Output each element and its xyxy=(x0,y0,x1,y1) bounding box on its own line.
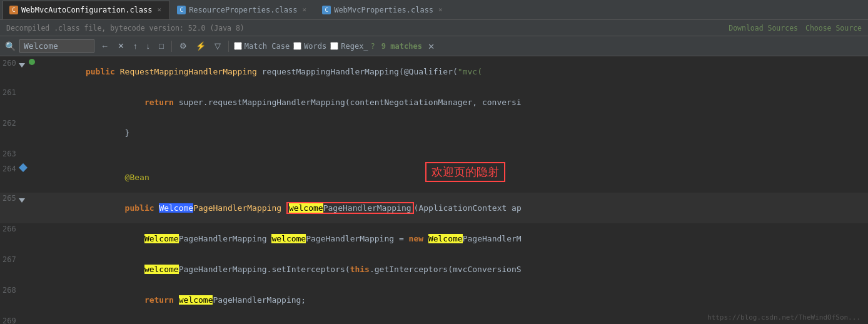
class-file-icon-2: C xyxy=(177,6,186,14)
svg-rect-1 xyxy=(19,163,28,172)
line-code-263 xyxy=(50,148,868,151)
gutter-icon-264 xyxy=(19,163,28,174)
gutter-icon-260 xyxy=(28,58,36,68)
tab-label-2: ResourceProperties.class xyxy=(189,6,297,14)
tab-webmvc-props[interactable]: C WebMvcProperties.class × xyxy=(315,1,452,19)
tab-bar: C WebMvcAutoConfiguration.class × C Reso… xyxy=(0,0,868,20)
words-label: Words xyxy=(304,42,326,51)
tab-close-2[interactable]: × xyxy=(301,5,309,14)
sep1 xyxy=(171,41,172,52)
line-num-264: 264 xyxy=(0,162,50,175)
matches-count: 9 matches xyxy=(381,42,422,51)
tab-close-1[interactable]: × xyxy=(156,5,164,14)
code-line-261: 261 return super.requestMappingHandlerMa… xyxy=(0,87,868,118)
close-search-btn[interactable]: ✕ xyxy=(115,41,127,51)
search-input[interactable] xyxy=(24,41,80,51)
up-match-btn[interactable]: ↑ xyxy=(131,41,140,51)
line-code-265: public WelcomePageHandlerMapping welcome… xyxy=(50,193,868,223)
filter-btn[interactable]: ⚙ xyxy=(177,41,189,51)
words-option[interactable]: Words xyxy=(293,42,326,51)
search-bar: 🔍 ← ✕ ↑ ↓ □ ⚙ ⚡ ▽ Match Case Words Regex… xyxy=(0,36,868,56)
search-icon: 🔍 xyxy=(5,41,16,51)
fold-arrow-260[interactable] xyxy=(19,63,25,68)
line-num-260: 260 xyxy=(0,56,50,69)
wrap-btn[interactable]: □ xyxy=(156,41,166,51)
line-num-268: 268 xyxy=(0,285,50,296)
info-bar: Decompiled .class file, bytecode version… xyxy=(0,20,868,36)
tab-close-3[interactable]: × xyxy=(437,5,445,14)
decompile-info: Decompiled .class file, bytecode version… xyxy=(6,24,245,33)
words-checkbox[interactable] xyxy=(293,42,301,50)
tab-webmvc-auto[interactable]: C WebMvcAutoConfiguration.class × xyxy=(3,1,170,19)
line-num-266: 266 xyxy=(0,223,50,235)
line-code-266: WelcomePageHandlerMapping welcomePageHan… xyxy=(50,223,868,254)
download-sources-link[interactable]: Download Sources xyxy=(729,24,798,33)
code-line-263: 263 xyxy=(0,148,868,162)
code-line-264: 264 @Bean 欢迎页的隐射 xyxy=(0,162,868,193)
match-case-checkbox[interactable] xyxy=(234,42,242,50)
regex-option[interactable]: Regex_ ? xyxy=(330,42,375,51)
svg-point-0 xyxy=(29,59,35,65)
line-code-261: return super.requestMappingHandlerMappin… xyxy=(50,87,868,118)
code-line-262: 262 } xyxy=(0,118,868,148)
line-code-268: return welcomePageHandlerMapping; xyxy=(50,285,868,315)
tab-label-1: WebMvcAutoConfiguration.class xyxy=(21,6,153,14)
line-code-262: } xyxy=(50,118,868,148)
tab-label-3: WebMvcProperties.class xyxy=(334,6,433,14)
code-line-266: 266 WelcomePageHandlerMapping welcomePag… xyxy=(0,223,868,254)
method-highlight-box: welcomePageHandlerMapping xyxy=(286,202,414,214)
filter-btn2[interactable]: ⚡ xyxy=(193,41,208,51)
choose-source-link[interactable]: Choose Source xyxy=(805,24,862,33)
match-265-1: Welcome xyxy=(159,203,193,213)
code-area[interactable]: 260 public RequestMappingHandlerMapping … xyxy=(0,56,868,324)
match-266-1: Welcome xyxy=(144,234,179,243)
class-file-icon-1: C xyxy=(9,6,18,14)
regex-label: Regex_ xyxy=(341,42,368,51)
line-code-260: public RequestMappingHandlerMapping requ… xyxy=(50,56,868,87)
code-line-260: 260 public RequestMappingHandlerMapping … xyxy=(0,56,868,87)
line-num-263: 263 xyxy=(0,148,50,159)
line-num-269: 269 xyxy=(0,315,50,324)
sep2 xyxy=(228,41,229,52)
prev-match-btn[interactable]: ← xyxy=(98,41,111,51)
match-267-1: welcome xyxy=(144,265,179,274)
regex-checkbox[interactable] xyxy=(330,42,338,50)
search-input-wrap xyxy=(19,39,94,53)
code-line-265: 265 public WelcomePageHandlerMapping wel… xyxy=(0,193,868,223)
line-num-262: 262 xyxy=(0,118,50,129)
match-268-1: welcome xyxy=(179,295,213,305)
line-code-264: @Bean xyxy=(50,162,868,193)
watermark: https://blog.csdn.net/TheWindOfSon... xyxy=(707,313,860,321)
search-close-btn[interactable]: ✕ xyxy=(428,40,435,52)
line-num-261: 261 xyxy=(0,87,50,98)
match-case-label: Match Case xyxy=(245,42,290,51)
class-file-icon-3: C xyxy=(322,6,331,14)
source-links: Download Sources Choose Source xyxy=(729,24,862,33)
line-code-267: welcomePageHandlerMapping.setInterceptor… xyxy=(50,254,868,285)
regex-help[interactable]: ? xyxy=(371,42,375,51)
code-line-268: 268 return welcomePageHandlerMapping; xyxy=(0,285,868,315)
match-case-option[interactable]: Match Case xyxy=(234,42,290,51)
down-match-btn[interactable]: ↓ xyxy=(144,41,153,51)
match-266-3: Welcome xyxy=(428,234,463,243)
match-265-2: welcome xyxy=(289,203,323,213)
code-line-267: 267 welcomePageHandlerMapping.setInterce… xyxy=(0,254,868,285)
funnel-btn[interactable]: ▽ xyxy=(212,41,223,51)
tab-resource-props[interactable]: C ResourceProperties.class × xyxy=(170,1,315,19)
fold-arrow-265[interactable] xyxy=(19,198,25,203)
line-num-267: 267 xyxy=(0,254,50,265)
line-num-265: 265 xyxy=(0,193,50,204)
match-266-2: welcome xyxy=(271,234,306,243)
